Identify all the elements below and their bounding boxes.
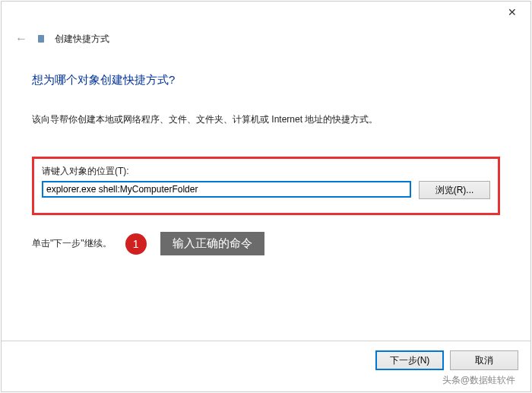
wizard-window: ✕ ← 创建快捷方式 想为哪个对象创建快捷方式? 该向导帮你创建本地或网络程序、… bbox=[1, 1, 531, 392]
wizard-header: ← 创建快捷方式 bbox=[2, 26, 530, 46]
watermark-text: 头条@数据蛙软件 bbox=[442, 374, 515, 387]
page-description: 该向导帮你创建本地或网络程序、文件、文件夹、计算机或 Internet 地址的快… bbox=[32, 113, 500, 126]
wizard-footer: 下一步(N) 取消 bbox=[2, 341, 530, 370]
location-label: 请键入对象的位置(T): bbox=[42, 165, 490, 178]
wizard-title: 创建快捷方式 bbox=[55, 33, 109, 46]
annotation-badge: 1 bbox=[125, 233, 147, 255]
next-button[interactable]: 下一步(N) bbox=[375, 350, 444, 370]
browse-button[interactable]: 浏览(R)... bbox=[419, 181, 490, 199]
page-heading: 想为哪个对象创建快捷方式? bbox=[32, 73, 500, 87]
titlebar: ✕ bbox=[2, 2, 530, 26]
location-row: 浏览(R)... bbox=[42, 181, 490, 199]
annotation-label: 输入正确的命令 bbox=[160, 232, 264, 255]
continue-row: 单击"下一步"继续。 1 输入正确的命令 bbox=[32, 232, 500, 255]
cancel-button[interactable]: 取消 bbox=[450, 350, 518, 370]
shortcut-wizard-icon bbox=[38, 35, 44, 43]
location-input[interactable] bbox=[42, 181, 411, 198]
wizard-content: 想为哪个对象创建快捷方式? 该向导帮你创建本地或网络程序、文件、文件夹、计算机或… bbox=[2, 46, 530, 255]
continue-hint: 单击"下一步"继续。 bbox=[32, 237, 112, 250]
close-icon[interactable]: ✕ bbox=[508, 6, 517, 18]
back-arrow-icon[interactable]: ← bbox=[15, 32, 27, 46]
annotation-highlight: 请键入对象的位置(T): 浏览(R)... bbox=[32, 157, 500, 215]
